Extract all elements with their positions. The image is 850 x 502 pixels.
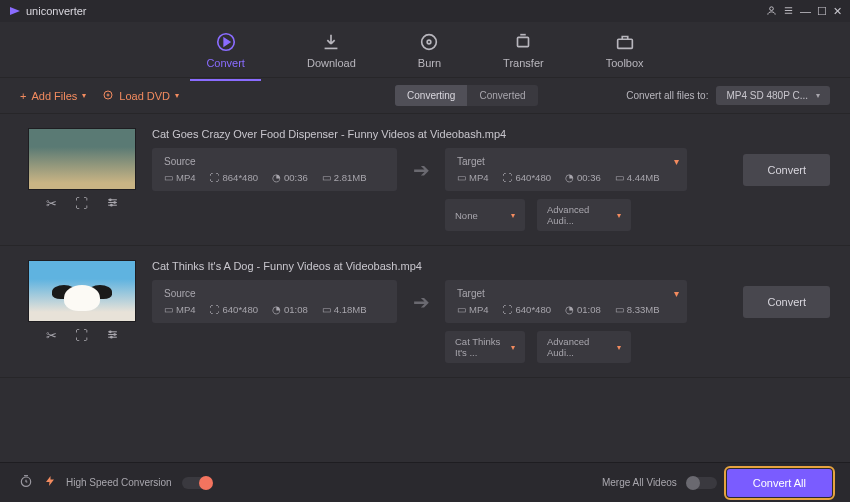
output-format-dropdown[interactable]: MP4 SD 480P C... ▾ <box>716 86 830 105</box>
merge-toggle[interactable] <box>687 477 717 489</box>
subtitle-dropdown[interactable]: Cat Thinks It's ...▾ <box>445 331 525 363</box>
arrow-right-icon: ➔ <box>407 158 435 182</box>
duration-meta: ◔ 00:36 <box>272 172 308 183</box>
svg-marker-0 <box>10 7 20 15</box>
filename: Cat Thinks It's A Dog - Funny Videos at … <box>152 260 830 272</box>
expand-target-icon[interactable]: ▾ <box>674 288 679 299</box>
tab-convert[interactable]: Convert <box>198 27 253 73</box>
tab-label: Convert <box>206 57 245 69</box>
video-thumbnail[interactable] <box>28 128 136 190</box>
high-speed-label: High Speed Conversion <box>66 477 172 488</box>
high-speed-toggle[interactable] <box>182 477 212 489</box>
duration-meta: ◔ 01:08 <box>565 304 601 315</box>
toolbox-icon <box>614 31 636 53</box>
transfer-icon <box>512 31 534 53</box>
convert-button[interactable]: Convert <box>743 286 830 318</box>
convert-button[interactable]: Convert <box>743 154 830 186</box>
adjust-icon[interactable] <box>106 196 119 212</box>
tab-transfer[interactable]: Transfer <box>495 27 552 73</box>
bolt-icon <box>44 474 56 491</box>
titlebar: uniconverter — ☐ ✕ <box>0 0 850 22</box>
trim-icon[interactable]: ✂ <box>46 196 57 212</box>
svg-point-24 <box>110 336 112 338</box>
filesize-meta: ▭ 4.18MB <box>322 304 367 315</box>
resolution-meta: ⛶ 640*480 <box>503 304 551 315</box>
chevron-down-icon: ▾ <box>82 91 86 100</box>
maximize-button[interactable]: ☐ <box>817 5 827 18</box>
svg-point-23 <box>113 334 115 336</box>
load-dvd-button[interactable]: Load DVD ▾ <box>102 89 179 103</box>
load-dvd-label: Load DVD <box>119 90 170 102</box>
tab-burn[interactable]: Burn <box>410 27 449 73</box>
window-buttons: — ☐ ✕ <box>766 5 842 18</box>
close-button[interactable]: ✕ <box>833 5 842 18</box>
svg-point-11 <box>104 91 112 99</box>
svg-rect-9 <box>518 37 529 46</box>
user-icon[interactable] <box>766 5 777 18</box>
convert-all-button[interactable]: Convert All <box>727 469 832 497</box>
chevron-down-icon: ▾ <box>511 211 515 220</box>
format-meta: ▭ MP4 <box>164 172 196 183</box>
chevron-down-icon: ▾ <box>511 343 515 352</box>
duration-meta: ◔ 00:36 <box>565 172 601 183</box>
tab-label: Transfer <box>503 57 544 69</box>
add-files-button[interactable]: + Add Files ▾ <box>20 90 86 102</box>
audio-dropdown[interactable]: Advanced Audi...▾ <box>537 199 631 231</box>
edit-tools: ✂ ⛶ <box>46 196 119 212</box>
expand-target-icon[interactable]: ▾ <box>674 156 679 167</box>
target-panel[interactable]: ▾ Target ▭ MP4 ⛶ 640*480 ◔ 01:08 ▭ 8.33M… <box>445 280 687 323</box>
crop-icon[interactable]: ⛶ <box>75 196 88 212</box>
format-meta: ▭ MP4 <box>457 172 489 183</box>
subtitle-dropdown[interactable]: None▾ <box>445 199 525 231</box>
menu-icon[interactable] <box>783 5 794 18</box>
logo-icon <box>8 5 22 17</box>
chevron-down-icon: ▾ <box>816 91 820 100</box>
panel-label: Target <box>457 156 675 167</box>
toolbar: + Add Files ▾ Load DVD ▾ Converting Conv… <box>0 78 850 114</box>
format-meta: ▭ MP4 <box>164 304 196 315</box>
panel-label: Source <box>164 288 385 299</box>
tab-download[interactable]: Download <box>299 27 364 73</box>
source-panel: Source ▭ MP4 ⛶ 640*480 ◔ 01:08 ▭ 4.18MB <box>152 280 397 323</box>
trim-icon[interactable]: ✂ <box>46 328 57 344</box>
format-meta: ▭ MP4 <box>457 304 489 315</box>
tab-toolbox[interactable]: Toolbox <box>598 27 652 73</box>
adjust-icon[interactable] <box>106 328 119 344</box>
file-body: Cat Goes Crazy Over Food Dispenser - Fun… <box>152 128 830 231</box>
crop-icon[interactable]: ⛶ <box>75 328 88 344</box>
svg-marker-6 <box>224 38 230 45</box>
minimize-button[interactable]: — <box>800 5 811 17</box>
tab-converted[interactable]: Converted <box>467 85 537 106</box>
audio-dropdown[interactable]: Advanced Audi...▾ <box>537 331 631 363</box>
svg-point-18 <box>110 204 112 206</box>
app-title: uniconverter <box>26 5 87 17</box>
target-panel[interactable]: ▾ Target ▭ MP4 ⛶ 640*480 ◔ 00:36 ▭ 4.44M… <box>445 148 687 191</box>
video-thumbnail[interactable] <box>28 260 136 322</box>
add-files-label: Add Files <box>31 90 77 102</box>
tab-converting[interactable]: Converting <box>395 85 467 106</box>
chevron-down-icon: ▾ <box>617 343 621 352</box>
convert-all-to-label: Convert all files to: <box>626 90 708 101</box>
svg-point-1 <box>770 6 774 10</box>
panel-label: Target <box>457 288 675 299</box>
tab-label: Toolbox <box>606 57 644 69</box>
panels-row: Source ▭ MP4 ⛶ 864*480 ◔ 00:36 ▭ 2.81MB … <box>152 148 830 191</box>
file-list: ✂ ⛶ Cat Goes Crazy Over Food Dispenser -… <box>0 114 850 432</box>
clock-icon[interactable] <box>18 473 34 492</box>
chevron-down-icon: ▾ <box>617 211 621 220</box>
file-row: ✂ ⛶ Cat Thinks It's A Dog - Funny Videos… <box>0 246 850 378</box>
source-panel: Source ▭ MP4 ⛶ 864*480 ◔ 00:36 ▭ 2.81MB <box>152 148 397 191</box>
duration-meta: ◔ 01:08 <box>272 304 308 315</box>
target-options-row: None▾ Advanced Audi...▾ <box>445 199 830 231</box>
svg-point-17 <box>113 202 115 204</box>
chevron-down-icon: ▾ <box>175 91 179 100</box>
plus-icon: + <box>20 90 26 102</box>
play-circle-icon <box>215 31 237 53</box>
main-nav: Convert Download Burn Transfer Toolbox <box>0 22 850 78</box>
download-icon <box>320 31 342 53</box>
thumbnail-column: ✂ ⛶ <box>28 128 136 231</box>
disc-small-icon <box>102 89 114 103</box>
toolbar-right: Convert all files to: MP4 SD 480P C... ▾ <box>626 86 830 105</box>
filesize-meta: ▭ 8.33MB <box>615 304 660 315</box>
footer: High Speed Conversion Merge All Videos C… <box>0 462 850 502</box>
